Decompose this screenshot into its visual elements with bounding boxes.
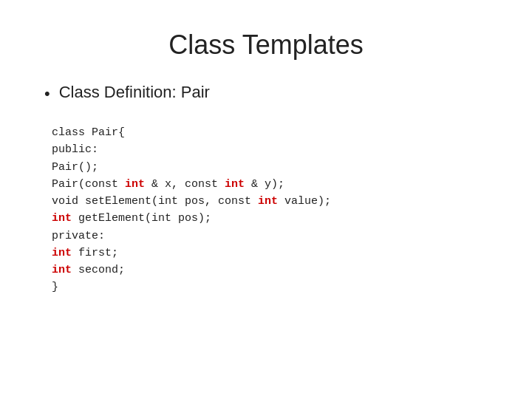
code-text: public: [52, 143, 98, 156]
code-line: Pair(); [52, 159, 488, 176]
bullet-label: Class Definition: Pair [59, 83, 210, 102]
bullet-item: • Class Definition: Pair [44, 83, 488, 103]
code-text: Pair(); [52, 161, 98, 174]
code-block: class Pair{public: Pair(); Pair(const in… [52, 124, 488, 296]
code-text: & x, const [145, 178, 225, 191]
keyword: int [225, 178, 245, 191]
code-line: int first; [52, 245, 488, 262]
code-text: void setElement(int pos, const [52, 195, 258, 208]
code-text: value); [278, 195, 331, 208]
code-text: Pair(const [52, 178, 125, 191]
code-line: class Pair{ [52, 124, 488, 141]
code-line: int second; [52, 262, 488, 279]
keyword: int [52, 247, 72, 259]
bullet-dot: • [44, 84, 50, 103]
slide-title: Class Templates [44, 30, 488, 61]
code-line: int getElement(int pos); [52, 210, 488, 227]
code-text: getElement(int pos); [72, 212, 211, 225]
bullet-section: • Class Definition: Pair [44, 83, 488, 112]
slide: Class Templates • Class Definition: Pair… [0, 0, 532, 399]
code-line: private: [52, 228, 488, 245]
code-line: public: [52, 141, 488, 158]
code-line: Pair(const int & x, const int & y); [52, 176, 488, 193]
code-line: } [52, 279, 488, 296]
code-line: void setElement(int pos, const int value… [52, 193, 488, 210]
keyword: int [125, 178, 145, 191]
code-text: first; [72, 247, 118, 259]
code-text: & y); [245, 178, 284, 191]
keyword: int [52, 212, 72, 225]
keyword: int [258, 195, 278, 208]
code-text: } [52, 281, 58, 293]
code-text: second; [72, 264, 125, 276]
code-text: private: [52, 230, 105, 242]
code-text: class Pair{ [52, 126, 125, 139]
keyword: int [52, 264, 72, 276]
